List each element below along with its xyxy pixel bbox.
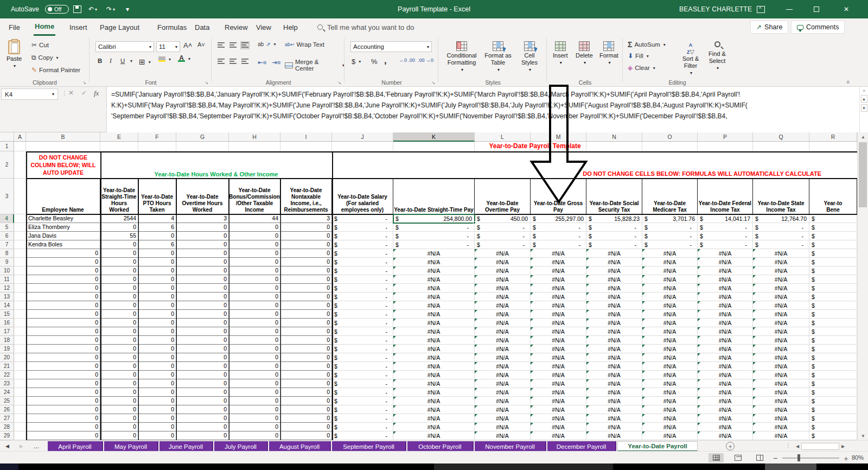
cell-P8[interactable]: #N/A <box>698 249 753 258</box>
cell-J5[interactable]: $- <box>332 223 393 232</box>
cell-B15[interactable]: 0 <box>26 310 100 319</box>
cell-L27[interactable]: #N/A <box>475 414 531 423</box>
cell-H26[interactable]: 0 <box>229 405 280 414</box>
autosave-toggle[interactable]: Off <box>45 0 69 18</box>
cell-M25[interactable]: #N/A <box>531 397 586 405</box>
cell-B29[interactable]: 0 <box>26 431 100 440</box>
column-header-F[interactable]: F <box>138 132 176 142</box>
cell-N21[interactable]: #N/A <box>586 362 642 371</box>
row-header-16[interactable]: 16 <box>0 319 14 327</box>
sheet-tab-december-payroll[interactable]: December Payroll <box>547 441 616 452</box>
cell-P6[interactable]: $- <box>698 232 753 240</box>
sheet-tab-july-payroll[interactable]: July Payroll <box>214 441 268 452</box>
cell-B22[interactable]: 0 <box>26 371 100 379</box>
cell-O7[interactable]: $- <box>642 240 698 249</box>
cell-L25[interactable]: #N/A <box>475 397 531 405</box>
cell-R19[interactable]: $ <box>809 345 857 353</box>
cell-M27[interactable]: #N/A <box>531 414 586 423</box>
cell-O10[interactable]: #N/A <box>642 266 698 275</box>
cell-H7[interactable]: 0 <box>229 240 280 249</box>
underline-button[interactable]: U <box>120 58 125 64</box>
employee-name-5[interactable]: Eliza Thornberry <box>26 223 100 232</box>
cell-A26[interactable] <box>14 405 26 414</box>
cell-A5[interactable] <box>14 223 26 232</box>
cell-J16[interactable]: $- <box>332 319 393 327</box>
cell-J14[interactable]: $- <box>332 301 393 310</box>
row-header-3[interactable]: 3 <box>0 179 14 214</box>
cell-E19[interactable]: 0 <box>100 345 138 353</box>
cell-N4[interactable]: $15,828.23 <box>586 214 642 223</box>
cell-P21[interactable]: #N/A <box>698 362 753 371</box>
cell-N5[interactable]: $- <box>586 223 642 232</box>
cell-G16[interactable]: 0 <box>176 319 229 327</box>
cell-P14[interactable]: #N/A <box>698 301 753 310</box>
sheet-tab-may-payroll[interactable]: May Payroll <box>104 441 158 452</box>
cell-H28[interactable]: 0 <box>229 423 280 431</box>
sheet-tab-april-payroll[interactable]: April Payroll <box>48 441 103 452</box>
cell-N20[interactable]: #N/A <box>586 353 642 362</box>
cell-R20[interactable]: $ <box>809 353 857 362</box>
row-header-12[interactable]: 12 <box>0 284 14 293</box>
cell-A1[interactable] <box>14 142 26 151</box>
cell-E4[interactable]: 2544 <box>100 214 138 223</box>
cell-G15[interactable]: 0 <box>176 310 229 319</box>
select-all-corner[interactable] <box>0 132 14 142</box>
hscroll-right-icon[interactable]: ▶ <box>839 444 847 449</box>
cell-Q28[interactable]: #N/A <box>753 423 809 431</box>
column-header-M[interactable]: M <box>531 132 586 142</box>
accounting-format-button[interactable]: $▾ <box>352 58 361 66</box>
delete-cells-button[interactable]: Delete▾ <box>576 41 593 66</box>
cell-G28[interactable]: 0 <box>176 423 229 431</box>
zoom-slider-track[interactable] <box>782 458 839 459</box>
cell-H11[interactable]: 0 <box>229 275 280 284</box>
undo-button[interactable]: ↶▾ <box>88 0 97 18</box>
column-header-O[interactable]: O <box>642 132 698 142</box>
cell-A20[interactable] <box>14 353 26 362</box>
cell-N16[interactable]: #N/A <box>586 319 642 327</box>
cell-J25[interactable]: $- <box>332 397 393 405</box>
cell-G25[interactable]: 0 <box>176 397 229 405</box>
cell-L7[interactable]: $- <box>475 240 531 249</box>
sheet-tab-november-payroll[interactable]: November Payroll <box>475 441 546 452</box>
cell-A12[interactable] <box>14 284 26 293</box>
cell-N29[interactable]: #N/A <box>586 431 642 440</box>
cell-F28[interactable]: 0 <box>138 423 176 431</box>
paste-button[interactable]: Paste ▾ <box>7 40 22 69</box>
cell-K6[interactable]: $- <box>393 232 475 240</box>
cell-H25[interactable]: 0 <box>229 397 280 405</box>
cell-F26[interactable]: 0 <box>138 405 176 414</box>
cell-G24[interactable]: 0 <box>176 388 229 397</box>
cell-O16[interactable]: #N/A <box>642 319 698 327</box>
normal-view-button[interactable] <box>709 453 724 462</box>
row-header-24[interactable]: 24 <box>0 388 14 397</box>
cell-R14[interactable]: $ <box>809 301 857 310</box>
cell-Q24[interactable]: #N/A <box>753 388 809 397</box>
cell-F20[interactable]: 0 <box>138 353 176 362</box>
cell-R29[interactable]: $ <box>809 431 857 440</box>
cell-I27[interactable]: 0 <box>280 414 332 423</box>
column-header-L[interactable]: L <box>475 132 531 142</box>
cell-N10[interactable]: #N/A <box>586 266 642 275</box>
cell-H19[interactable]: 0 <box>229 345 280 353</box>
cell-O6[interactable]: $- <box>642 232 698 240</box>
cell-B26[interactable]: 0 <box>26 405 100 414</box>
cell-A28[interactable] <box>14 423 26 431</box>
formula-bar-scroll[interactable]: ˄ ▲ ▼ <box>859 87 868 132</box>
cell-A16[interactable] <box>14 319 26 327</box>
cell-G12[interactable]: 0 <box>176 284 229 293</box>
zoom-in-button[interactable]: ＋ <box>843 454 850 463</box>
cell-J13[interactable]: $- <box>332 293 393 301</box>
cell-P23[interactable]: #N/A <box>698 379 753 388</box>
cell-A21[interactable] <box>14 362 26 371</box>
cell-J6[interactable]: $- <box>332 232 393 240</box>
cell-I22[interactable]: 0 <box>280 371 332 379</box>
tell-me-search[interactable]: Tell me what you want to do <box>317 18 414 36</box>
cell-Q9[interactable]: #N/A <box>753 258 809 266</box>
cell-E12[interactable]: 0 <box>100 284 138 293</box>
cell-N7[interactable]: $- <box>586 240 642 249</box>
align-center-button[interactable] <box>229 59 237 65</box>
cell-I4[interactable]: 3 <box>280 214 332 223</box>
cell-M11[interactable]: #N/A <box>531 275 586 284</box>
menu-tab-formulas[interactable]: Formulas <box>156 18 188 36</box>
cell-O21[interactable]: #N/A <box>642 362 698 371</box>
